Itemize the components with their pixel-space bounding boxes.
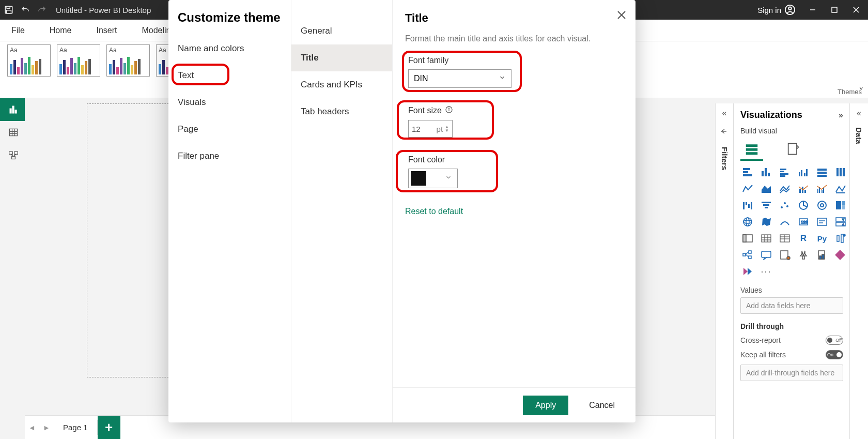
data-view-button[interactable] xyxy=(0,121,25,144)
menu-home[interactable]: Home xyxy=(48,23,74,38)
menu-insert[interactable]: Insert xyxy=(94,23,119,38)
model-view-button[interactable] xyxy=(0,144,25,166)
font-family-select[interactable]: DIN xyxy=(408,69,512,88)
redo-icon[interactable] xyxy=(36,4,48,16)
slicer-icon[interactable] xyxy=(759,232,773,245)
subnav-tab-headers[interactable]: Tab headers xyxy=(291,98,392,125)
funnel-icon[interactable] xyxy=(759,199,773,211)
menu-file[interactable]: File xyxy=(9,23,27,38)
close-button[interactable] xyxy=(847,2,865,18)
undo-icon[interactable] xyxy=(20,4,31,16)
ribbon-chart-icon[interactable] xyxy=(833,183,848,195)
waterfall-icon[interactable] xyxy=(740,199,755,211)
font-size-input[interactable]: 12 pt ▲▼ xyxy=(408,120,453,138)
r-visual-icon[interactable]: R xyxy=(796,232,811,245)
sign-in-button[interactable]: Sign in xyxy=(753,2,800,18)
cancel-button[interactable]: Cancel xyxy=(586,400,618,411)
cross-report-toggle[interactable]: Off xyxy=(826,336,843,345)
card-icon[interactable] xyxy=(815,216,829,228)
multi-row-card-icon[interactable] xyxy=(833,216,848,228)
goals-icon[interactable] xyxy=(796,249,811,261)
filled-map-icon[interactable] xyxy=(759,216,773,228)
collapse-left-icon[interactable]: « xyxy=(857,109,861,118)
save-icon[interactable] xyxy=(3,4,14,16)
minimize-button[interactable] xyxy=(804,2,822,18)
svg-point-65 xyxy=(818,201,826,209)
stacked-bar-icon[interactable] xyxy=(740,166,755,178)
python-visual-icon[interactable]: Py xyxy=(815,232,829,245)
values-field-well[interactable]: Add data fields here xyxy=(740,297,843,314)
kpi-icon[interactable] xyxy=(740,232,755,245)
nav-text[interactable]: Text xyxy=(168,62,291,89)
paginated-icon[interactable] xyxy=(815,249,829,261)
collapse-left-icon[interactable]: « xyxy=(722,109,727,118)
svg-rect-31 xyxy=(768,173,770,176)
smart-narrative-icon[interactable] xyxy=(778,249,792,261)
expand-right-icon[interactable]: » xyxy=(839,111,843,120)
svg-point-63 xyxy=(786,205,788,207)
decomposition-icon[interactable] xyxy=(740,249,755,261)
nav-name-colors[interactable]: Name and colors xyxy=(168,35,291,62)
nav-page[interactable]: Page xyxy=(168,116,291,143)
subnav-cards[interactable]: Cards and KPIs xyxy=(291,71,392,98)
theme-thumb-1[interactable]: Aa xyxy=(7,44,51,77)
stacked-area-icon[interactable] xyxy=(778,183,792,195)
azure-map-icon[interactable] xyxy=(778,216,792,228)
key-influencers-icon[interactable] xyxy=(833,232,848,245)
donut-icon[interactable] xyxy=(815,199,829,211)
menu-modeling[interactable]: Modelin xyxy=(140,23,173,38)
line-column-icon[interactable] xyxy=(796,183,811,195)
treemap-icon[interactable] xyxy=(833,199,848,211)
drill-through-field-well[interactable]: Add drill-through fields here xyxy=(740,365,843,381)
build-visual-tab[interactable] xyxy=(740,138,763,161)
info-icon[interactable] xyxy=(445,105,453,116)
stacked-bar-100-icon[interactable] xyxy=(815,166,829,178)
subnav-general[interactable]: General xyxy=(291,18,392,44)
svg-rect-11 xyxy=(15,110,17,113)
nav-filter-pane[interactable]: Filter pane xyxy=(168,143,291,170)
svg-rect-34 xyxy=(780,173,788,175)
svg-marker-109 xyxy=(743,268,748,275)
theme-thumb-2[interactable]: Aa xyxy=(57,44,100,77)
svg-marker-110 xyxy=(748,268,752,275)
stacked-column-icon[interactable] xyxy=(759,166,773,178)
page-prev-button[interactable]: ◄ xyxy=(25,423,39,432)
gauge-icon[interactable]: 123 xyxy=(796,216,811,228)
format-visual-tab[interactable] xyxy=(782,138,804,161)
qa-icon[interactable] xyxy=(759,249,773,261)
report-view-button[interactable] xyxy=(0,98,25,121)
keep-filters-toggle[interactable]: On xyxy=(826,350,843,359)
svg-rect-24 xyxy=(746,152,758,155)
theme-thumb-3[interactable]: Aa xyxy=(106,44,150,77)
scatter-icon[interactable] xyxy=(778,199,792,211)
reset-to-default-link[interactable]: Reset to default xyxy=(405,207,463,216)
font-color-picker[interactable] xyxy=(408,169,458,188)
page-tab-1[interactable]: Page 1 xyxy=(54,420,98,435)
map-icon[interactable] xyxy=(740,216,755,228)
stacked-column-100-icon[interactable] xyxy=(833,166,848,178)
clustered-column-icon[interactable] xyxy=(796,166,811,178)
more-visuals-icon[interactable]: ··· xyxy=(759,265,773,278)
nav-visuals[interactable]: Visuals xyxy=(168,89,291,116)
ribbon-expand-caret[interactable]: ^ xyxy=(859,83,863,91)
pie-icon[interactable] xyxy=(796,199,811,211)
data-pane-collapsed[interactable]: « Data xyxy=(849,103,868,439)
dialog-close-button[interactable] xyxy=(617,9,626,23)
svg-rect-68 xyxy=(842,201,845,205)
apply-button[interactable]: Apply xyxy=(523,396,568,415)
area-chart-icon[interactable] xyxy=(759,183,773,195)
spinner-arrows[interactable]: ▲▼ xyxy=(445,125,449,132)
power-apps-icon[interactable] xyxy=(833,249,848,261)
table-icon[interactable] xyxy=(778,232,792,245)
power-automate-icon[interactable] xyxy=(740,265,755,278)
line-clustered-icon[interactable] xyxy=(815,183,829,195)
svg-rect-99 xyxy=(749,251,751,253)
svg-point-4 xyxy=(788,7,792,10)
page-next-button[interactable]: ► xyxy=(39,423,54,432)
maximize-button[interactable] xyxy=(826,2,843,18)
filters-pane-collapsed[interactable]: « Filters xyxy=(715,103,734,439)
add-page-button[interactable]: + xyxy=(98,416,120,440)
subnav-title[interactable]: Title xyxy=(291,44,392,71)
clustered-bar-icon[interactable] xyxy=(778,166,792,178)
line-chart-icon[interactable] xyxy=(740,183,755,195)
